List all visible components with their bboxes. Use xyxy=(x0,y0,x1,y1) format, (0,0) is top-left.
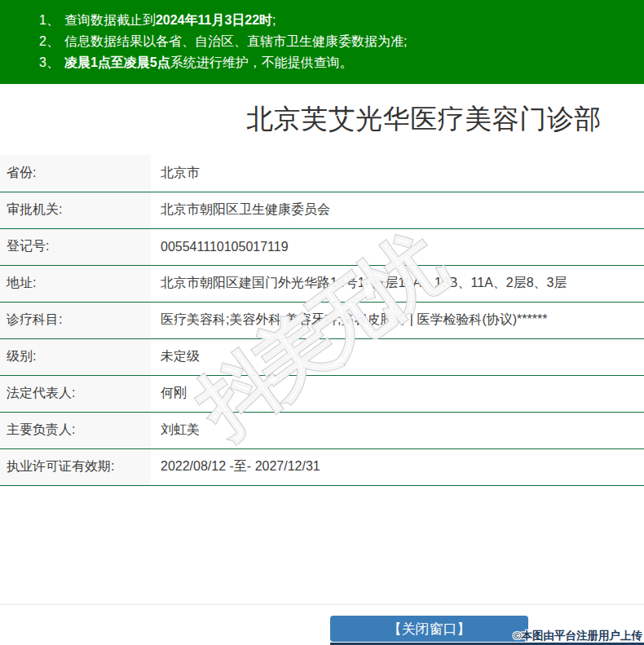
row-value: 北京市朝阳区建国门外光华路14号1幢1层10A、10B、11A、2层8、3层 xyxy=(151,265,644,302)
row-label: 地址: xyxy=(0,265,151,302)
row-label: 登记号: xyxy=(0,228,151,265)
notice-number: 3、 xyxy=(39,55,64,69)
notice-text-bold: 凌晨1点至凌晨5点 xyxy=(64,55,170,69)
institution-detail-table: 省份: 北京市 审批机关: 北京市朝阳区卫生健康委员会 登记号: 0055411… xyxy=(0,155,644,486)
notice-number: 2、 xyxy=(39,34,64,48)
notice-number: 1、 xyxy=(39,13,64,27)
row-label: 诊疗科目: xyxy=(0,302,151,338)
license-detail-page: 1、查询数据截止到2024年11月3日22时; 2、信息数据结果以各省、自治区、… xyxy=(0,0,644,645)
notice-text: 查询数据截止到 xyxy=(64,13,156,27)
table-row-address: 地址: 北京市朝阳区建国门外光华路14号1幢1层10A、10B、11A、2层8、… xyxy=(0,265,644,302)
table-row-level: 级别: 未定级 xyxy=(0,338,644,375)
table-row-registration-number: 登记号: 005541110105017119 xyxy=(0,228,644,265)
table-row-approval-authority: 审批机关: 北京市朝阳区卫生健康委员会 xyxy=(0,192,644,228)
notice-text-bold: 2024年11月3日22时 xyxy=(156,13,272,27)
row-value: 未定级 xyxy=(151,338,644,375)
table-row-main-person-in-charge: 主要负责人: 刘虹美 xyxy=(0,412,644,448)
table-row-license-validity: 执业许可证有效期: 2022/08/12 -至- 2027/12/31 xyxy=(0,448,644,485)
notice-line-3: 3、凌晨1点至凌晨5点系统进行维护，不能提供查询。 xyxy=(39,52,636,73)
row-label: 审批机关: xyxy=(0,192,151,228)
row-value: 医疗美容科;美容外科;美容牙科;美容皮肤科 | 医学检验科(协议)****** xyxy=(151,302,644,338)
row-label: 执业许可证有效期: xyxy=(0,448,151,485)
upload-credit-text: ©本图由平台注册用户上传 xyxy=(514,629,642,643)
table-row-medical-subjects: 诊疗科目: 医疗美容科;美容外科;美容牙科;美容皮肤科 | 医学检验科(协议)*… xyxy=(0,302,644,338)
row-value: 2022/08/12 -至- 2027/12/31 xyxy=(151,448,644,485)
row-value: 005541110105017119 xyxy=(151,228,644,265)
notice-text: ; xyxy=(272,13,276,27)
row-label: 法定代表人: xyxy=(0,375,151,412)
close-window-button[interactable]: 【关闭窗口】 xyxy=(330,616,528,642)
row-label: 省份: xyxy=(0,155,151,192)
row-value: 何刚 xyxy=(151,375,644,412)
footer-divider xyxy=(0,603,644,605)
table-row-legal-representative: 法定代表人: 何刚 xyxy=(0,375,644,412)
page-title: 北京芙艾光华医疗美容门诊部 xyxy=(246,101,602,138)
table-row-province: 省份: 北京市 xyxy=(0,155,644,192)
notice-banner: 1、查询数据截止到2024年11月3日22时; 2、信息数据结果以各省、自治区、… xyxy=(0,0,644,84)
notice-line-2: 2、信息数据结果以各省、自治区、直辖市卫生健康委数据为准; xyxy=(39,31,636,52)
row-value: 北京市 xyxy=(151,155,644,192)
notice-text: 信息数据结果以各省、自治区、直辖市卫生健康委数据为准; xyxy=(64,34,407,48)
notice-text: 系统进行维护，不能提供查询。 xyxy=(170,55,353,69)
row-label: 级别: xyxy=(0,338,151,375)
row-label: 主要负责人: xyxy=(0,412,151,448)
row-value: 北京市朝阳区卫生健康委员会 xyxy=(151,192,644,228)
notice-line-1: 1、查询数据截止到2024年11月3日22时; xyxy=(39,10,636,31)
row-value: 刘虹美 xyxy=(151,412,644,448)
title-area: 北京芙艾光华医疗美容门诊部 xyxy=(204,84,644,155)
